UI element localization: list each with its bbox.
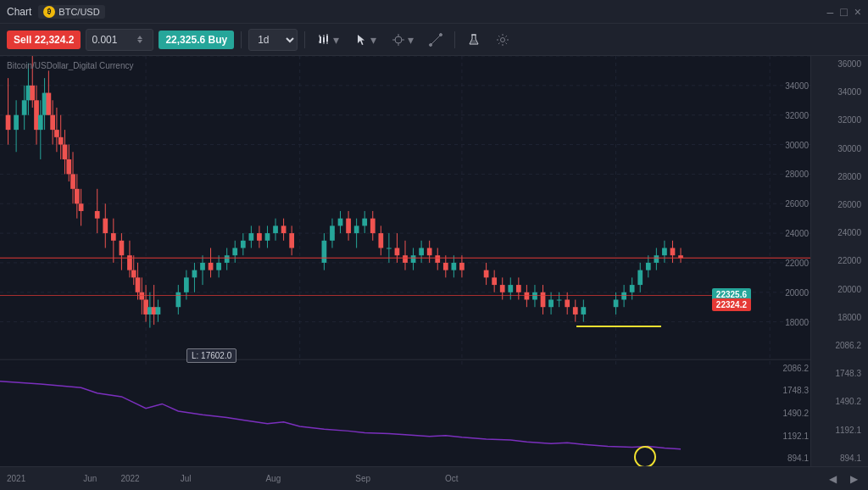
crosshair-button[interactable]: ▾	[387, 31, 419, 49]
svg-point-15	[430, 43, 432, 46]
chart-type-button[interactable]: ▾	[312, 31, 344, 49]
lot-size-input[interactable]	[92, 34, 134, 46]
price-chart-canvas[interactable]	[0, 56, 810, 466]
svg-rect-2	[320, 41, 320, 43]
svg-rect-8	[327, 41, 328, 44]
y-label-30000: 30000	[811, 144, 865, 153]
toolbar-divider-2	[304, 31, 305, 48]
scroll-right-button[interactable]: ▶	[847, 471, 861, 487]
crosshair-icon	[392, 33, 405, 47]
cursor-icon	[354, 33, 368, 47]
flask-icon	[467, 33, 481, 47]
chart-container: Bitcoin/USDollar_Digital Currency L: 176…	[0, 56, 868, 466]
toolbar-divider-1	[241, 31, 242, 48]
y-label-20000: 20000	[811, 285, 865, 294]
chart-main[interactable]: Bitcoin/USDollar_Digital Currency L: 176…	[0, 56, 810, 466]
scroll-left-button[interactable]: ◀	[826, 471, 840, 487]
close-button[interactable]: ×	[854, 5, 861, 19]
draw-line-button[interactable]	[424, 31, 448, 49]
draw-line-icon	[429, 33, 442, 47]
minimize-button[interactable]: –	[827, 5, 834, 19]
cursor-button[interactable]: ▾	[349, 31, 381, 49]
y-label-24000: 24000	[811, 228, 865, 237]
flask-button[interactable]	[462, 31, 486, 49]
maximize-button[interactable]: □	[840, 5, 847, 19]
svg-rect-4	[324, 35, 325, 38]
month-label-aug: Aug	[265, 474, 281, 483]
cursor-arrow: ▾	[370, 33, 376, 47]
title-bar: Chart ₿ BTC/USD – □ ×	[0, 0, 868, 24]
year-label-2022: 2022	[120, 474, 139, 483]
lot-size-input-wrap[interactable]	[86, 29, 153, 51]
lot-size-down-arrow[interactable]	[137, 40, 142, 43]
y-label-1748: 1748.3	[811, 369, 865, 378]
y-label-894: 894.1	[811, 454, 865, 463]
y-label-28000: 28000	[811, 172, 865, 181]
y-label-22000: 22000	[811, 256, 865, 265]
sell-button[interactable]: Sell 22,324.2	[7, 31, 81, 49]
month-label-sep: Sep	[355, 474, 370, 483]
svg-rect-6	[326, 36, 328, 42]
svg-point-16	[440, 33, 442, 36]
y-label-2086: 2086.2	[811, 341, 865, 350]
y-label-32000: 32000	[811, 115, 865, 125]
svg-rect-1	[320, 35, 320, 37]
lot-size-arrows	[137, 36, 142, 43]
year-label-2021: 2021	[7, 474, 25, 483]
timeframe-select[interactable]: 1d 1m 5m 15m 1h 4h 1w	[248, 29, 298, 51]
svg-rect-5	[324, 42, 325, 44]
y-label-18000: 18000	[811, 313, 865, 322]
settings-button[interactable]	[491, 31, 515, 49]
window-controls: – □ ×	[827, 5, 861, 19]
y-label-1192: 1192.1	[811, 426, 865, 435]
svg-point-9	[395, 36, 402, 43]
svg-rect-7	[327, 34, 328, 36]
candlestick-icon	[317, 33, 331, 47]
bottom-bar: 2021 Jun 2022 Jul Aug Sep Oct ◀ ▶	[0, 466, 868, 490]
lot-size-up-arrow[interactable]	[137, 36, 142, 39]
buy-price: 22,325.6	[165, 34, 205, 46]
buy-button[interactable]: 22,325.6 Buy	[159, 31, 234, 49]
month-label-jun: Jun	[83, 474, 97, 483]
month-label-oct: Oct	[445, 474, 459, 483]
toolbar-divider-3	[454, 31, 455, 48]
sell-price: 22,324.2	[35, 34, 75, 46]
y-axis: 36000 34000 32000 30000 28000 26000 2400…	[810, 56, 868, 466]
toolbar: Sell 22,324.2 22,325.6 Buy 1d 1m 5m 15m …	[0, 24, 868, 56]
chart-type-arrow: ▾	[333, 33, 339, 47]
y-label-36000: 36000	[811, 59, 865, 69]
btc-icon: ₿	[43, 6, 55, 18]
svg-point-17	[501, 37, 505, 42]
month-label-jul: Jul	[181, 474, 192, 483]
symbol-badge[interactable]: ₿ BTC/USD	[38, 5, 104, 19]
crosshair-arrow: ▾	[408, 33, 414, 47]
svg-line-14	[431, 35, 441, 45]
symbol-label: BTC/USD	[58, 7, 99, 17]
app-title: Chart	[7, 6, 31, 18]
settings-icon	[496, 33, 509, 47]
y-label-1490: 1490.2	[811, 397, 865, 406]
y-label-26000: 26000	[811, 200, 865, 209]
y-label-34000: 34000	[811, 87, 865, 97]
